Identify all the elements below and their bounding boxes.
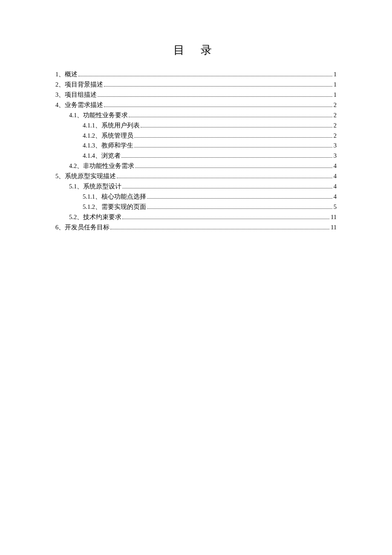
toc-entry-page: 4 [334, 171, 337, 182]
toc-entry-page: 2 [334, 100, 337, 110]
toc-leader-dots [122, 219, 329, 219]
toc-title: 目 录 [55, 43, 337, 58]
toc-entry-page: 1 [334, 69, 337, 80]
toc-entry-page: 3 [334, 151, 337, 161]
toc-leader-dots [147, 208, 332, 209]
toc-entry-page: 11 [331, 212, 337, 223]
toc-entry[interactable]: 4.2、非功能性业务需求4 [55, 161, 337, 171]
toc-entry-label: 4、业务需求描述 [55, 100, 103, 110]
toc-entry-label: 4.1、功能性业务要求 [69, 110, 128, 121]
toc-leader-dots [135, 168, 332, 168]
toc-entry-label: 5.1.2、需要实现的页面 [83, 202, 146, 212]
toc-entry-page: 2 [334, 131, 337, 141]
toc-entry[interactable]: 5.1.2、需要实现的页面5 [55, 202, 337, 212]
toc-entry[interactable]: 5.2、技术约束要求11 [55, 212, 337, 223]
toc-entry-label: 4.1.4、浏览者 [83, 151, 121, 161]
toc-entry-page: 1 [334, 80, 337, 90]
toc-leader-dots [104, 107, 332, 107]
toc-leader-dots [141, 127, 332, 127]
toc-entry-page: 5 [334, 202, 337, 212]
toc-entry[interactable]: 2、项目背景描述1 [55, 80, 337, 90]
toc-entry[interactable]: 4.1.4、浏览者3 [55, 151, 337, 161]
toc-leader-dots [121, 157, 332, 158]
toc-entry[interactable]: 4.1.3、教师和学生3 [55, 141, 337, 151]
toc-entry[interactable]: 3、项目组描述1 [55, 90, 337, 100]
toc-entry-label: 4.1.3、教师和学生 [83, 141, 133, 151]
toc-entry-page: 11 [331, 223, 337, 233]
toc-entry-page: 4 [334, 192, 337, 202]
toc-leader-dots [129, 117, 332, 117]
toc-entry-page: 4 [334, 182, 337, 192]
toc-entry-page: 2 [334, 121, 337, 131]
toc-leader-dots [98, 96, 332, 97]
toc-leader-dots [78, 76, 332, 76]
toc-leader-dots [110, 229, 329, 229]
toc-entry-label: 4.1.1、系统用户列表 [83, 121, 140, 131]
toc-entry[interactable]: 5、系统原型实现描述4 [55, 171, 337, 182]
toc-entry-label: 5、系统原型实现描述 [55, 171, 116, 182]
toc-entry[interactable]: 4、业务需求描述2 [55, 100, 337, 110]
toc-entry-label: 2、项目背景描述 [55, 80, 103, 90]
toc-leader-dots [117, 178, 332, 178]
toc-leader-dots [122, 188, 332, 188]
toc-entry-label: 3、项目组描述 [55, 90, 97, 100]
toc-entry-page: 1 [334, 90, 337, 100]
toc-entry[interactable]: 4.1、功能性业务要求2 [55, 110, 337, 121]
toc-entry-page: 3 [334, 141, 337, 151]
toc-leader-dots [134, 147, 332, 147]
toc-entry-label: 4.2、非功能性业务需求 [69, 161, 134, 171]
toc-entry[interactable]: 5.1、系统原型设计4 [55, 182, 337, 192]
toc-entry-label: 5.1、系统原型设计 [69, 182, 121, 192]
toc-entry[interactable]: 4.1.1、系统用户列表2 [55, 121, 337, 131]
toc-leader-dots [134, 137, 332, 138]
toc-entry[interactable]: 6、开发员任务目标11 [55, 223, 337, 233]
toc-entry[interactable]: 4.1.2、系统管理员2 [55, 131, 337, 141]
toc-entry-label: 1、概述 [55, 69, 78, 80]
toc-entry-label: 5.2、技术约束要求 [69, 212, 121, 223]
toc-entry-label: 6、开发员任务目标 [55, 223, 110, 233]
toc-entry-label: 4.1.2、系统管理员 [83, 131, 133, 141]
toc-entry[interactable]: 5.1.1、核心功能点选择4 [55, 192, 337, 202]
toc-leader-dots [147, 198, 332, 199]
table-of-contents: 1、概述12、项目背景描述13、项目组描述14、业务需求描述24.1、功能性业务… [55, 69, 337, 233]
toc-entry[interactable]: 1、概述1 [55, 69, 337, 80]
toc-entry-page: 2 [334, 110, 337, 121]
toc-leader-dots [104, 86, 332, 87]
toc-entry-label: 5.1.1、核心功能点选择 [83, 192, 146, 202]
toc-entry-page: 4 [334, 161, 337, 171]
